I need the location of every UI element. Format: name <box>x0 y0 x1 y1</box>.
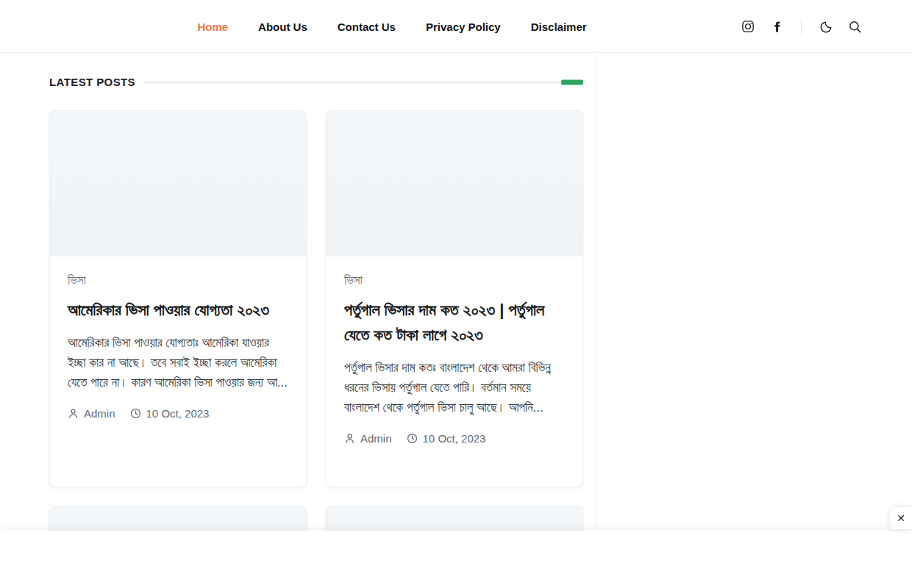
site-header: Home About Us Contact Us Privacy Policy … <box>0 0 912 53</box>
post-author: Admin <box>344 432 392 445</box>
nav-item-privacy-policy[interactable]: Privacy Policy <box>426 21 501 33</box>
post-card[interactable]: ভিসা আমেরিকার ভিসা পাওয়ার যোগ্যতা ২০২৩ … <box>49 110 307 487</box>
post-date-text: 10 Oct, 2023 <box>423 432 486 445</box>
ad-banner-container <box>0 531 912 588</box>
facebook-icon[interactable] <box>769 19 784 34</box>
post-body: ভিসা আমেরিকার ভিসা পাওয়ার যোগ্যতা ২০২৩ … <box>50 257 306 437</box>
post-category-link[interactable]: ভিসা <box>344 273 363 288</box>
post-author-name: Admin <box>360 432 392 445</box>
post-author: Admin <box>68 407 115 420</box>
post-thumbnail[interactable] <box>50 111 306 257</box>
dark-mode-moon-icon[interactable] <box>819 19 833 34</box>
nav-item-disclaimer[interactable]: Disclaimer <box>531 21 587 33</box>
post-body: ভিসা পর্তুগাল ভিসার দাম কত ২০২৩ | পর্তুগ… <box>327 257 583 462</box>
section-divider-accent <box>561 79 583 85</box>
post-date: 10 Oct, 2023 <box>130 407 210 420</box>
post-author-name: Admin <box>84 407 115 420</box>
post-excerpt: পর্তুগাল ভিসার দাম কতঃ বাংলাদেশ থেকে আমর… <box>344 358 565 417</box>
post-category-link[interactable]: ভিসা <box>68 273 86 288</box>
author-person-icon <box>68 408 79 419</box>
latest-posts-section-head: LATEST POSTS <box>49 76 583 88</box>
main-nav: Home About Us Contact Us Privacy Policy … <box>197 0 586 53</box>
post-date: 10 Oct, 2023 <box>407 432 486 445</box>
post-thumbnail[interactable] <box>327 111 583 257</box>
post-meta: Admin 10 Oct, 2023 <box>68 407 288 420</box>
post-meta: Admin 10 Oct, 2023 <box>344 432 565 445</box>
post-card[interactable]: ভিসা পর্তুগাল ভিসার দাম কত ২০২৩ | পর্তুগ… <box>326 110 583 487</box>
post-title[interactable]: পর্তুগাল ভিসার দাম কত ২০২৩ | পর্তুগাল যে… <box>344 298 565 348</box>
header-icon-group <box>741 0 862 53</box>
section-title: LATEST POSTS <box>49 76 135 88</box>
header-icon-divider <box>801 18 802 35</box>
section-divider-line <box>144 81 583 84</box>
posts-row-1: ভিসা আমেরিকার ভিসা পাওয়ার যোগ্যতা ২০২৩ … <box>49 110 583 487</box>
author-person-icon <box>344 433 355 444</box>
clock-icon <box>130 408 141 419</box>
nav-item-about-us[interactable]: About Us <box>258 21 307 33</box>
post-date-text: 10 Oct, 2023 <box>146 407 210 420</box>
main-content: LATEST POSTS ভিসা আমেরিকার ভিসা পাওয়ার … <box>0 53 596 588</box>
nav-item-contact-us[interactable]: Contact Us <box>338 21 396 33</box>
sidebar <box>596 53 912 588</box>
nav-item-home[interactable]: Home <box>197 21 228 33</box>
search-icon[interactable] <box>847 19 862 34</box>
clock-icon <box>407 433 418 444</box>
post-excerpt: আমেরিকার ভিসা পাওয়ার যোগ্যতাঃ আমেরিকা য… <box>68 333 288 392</box>
post-title[interactable]: আমেরিকার ভিসা পাওয়ার যোগ্যতা ২০২৩ <box>68 298 288 323</box>
ad-close-button[interactable]: ✕ <box>890 507 912 529</box>
instagram-icon[interactable] <box>741 19 755 34</box>
